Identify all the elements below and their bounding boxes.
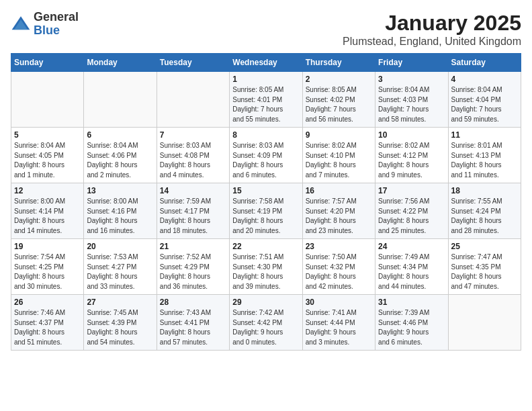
day-info: Sunrise: 8:04 AM Sunset: 4:04 PM Dayligh… xyxy=(451,85,518,124)
weekday-header: Wednesday xyxy=(230,54,302,72)
day-number: 1 xyxy=(232,75,299,84)
calendar-cell: 7Sunrise: 8:03 AM Sunset: 4:08 PM Daylig… xyxy=(157,128,229,183)
calendar-cell: 16Sunrise: 7:57 AM Sunset: 4:20 PM Dayli… xyxy=(302,183,375,239)
day-info: Sunrise: 7:41 AM Sunset: 4:44 PM Dayligh… xyxy=(306,308,372,347)
calendar-cell: 12Sunrise: 8:00 AM Sunset: 4:14 PM Dayli… xyxy=(11,183,84,239)
title-location: Plumstead, England, United Kingdom xyxy=(343,36,521,48)
day-number: 11 xyxy=(451,130,518,140)
day-number: 7 xyxy=(160,130,226,140)
day-number: 25 xyxy=(451,242,518,251)
calendar-cell xyxy=(448,295,521,351)
day-info: Sunrise: 8:04 AM Sunset: 4:06 PM Dayligh… xyxy=(87,141,153,180)
calendar-cell: 24Sunrise: 7:49 AM Sunset: 4:34 PM Dayli… xyxy=(375,239,448,295)
day-info: Sunrise: 8:00 AM Sunset: 4:16 PM Dayligh… xyxy=(87,197,153,236)
calendar-cell: 29Sunrise: 7:42 AM Sunset: 4:42 PM Dayli… xyxy=(230,295,302,351)
day-info: Sunrise: 7:42 AM Sunset: 4:42 PM Dayligh… xyxy=(232,308,299,347)
day-info: Sunrise: 7:46 AM Sunset: 4:37 PM Dayligh… xyxy=(14,308,81,347)
day-number: 26 xyxy=(14,298,81,307)
calendar-cell: 2Sunrise: 8:05 AM Sunset: 4:02 PM Daylig… xyxy=(302,72,375,128)
day-info: Sunrise: 7:47 AM Sunset: 4:35 PM Dayligh… xyxy=(451,253,518,291)
day-info: Sunrise: 8:00 AM Sunset: 4:14 PM Dayligh… xyxy=(14,197,81,236)
weekday-header: Sunday xyxy=(11,54,84,72)
calendar-cell: 20Sunrise: 7:53 AM Sunset: 4:27 PM Dayli… xyxy=(84,239,157,295)
calendar-cell: 27Sunrise: 7:45 AM Sunset: 4:39 PM Dayli… xyxy=(84,295,157,351)
calendar-body: 1Sunrise: 8:05 AM Sunset: 4:01 PM Daylig… xyxy=(11,72,521,351)
calendar-cell: 17Sunrise: 7:56 AM Sunset: 4:22 PM Dayli… xyxy=(375,183,448,239)
day-info: Sunrise: 7:59 AM Sunset: 4:17 PM Dayligh… xyxy=(160,197,226,236)
logo-text: General Blue xyxy=(34,11,79,38)
calendar-week-row: 12Sunrise: 8:00 AM Sunset: 4:14 PM Dayli… xyxy=(11,183,521,239)
day-number: 12 xyxy=(14,186,81,195)
calendar-cell: 6Sunrise: 8:04 AM Sunset: 4:06 PM Daylig… xyxy=(84,128,157,183)
calendar-cell: 23Sunrise: 7:50 AM Sunset: 4:32 PM Dayli… xyxy=(302,239,375,295)
weekday-row: SundayMondayTuesdayWednesdayThursdayFrid… xyxy=(11,54,521,72)
day-number: 22 xyxy=(232,242,299,251)
day-number: 29 xyxy=(232,298,299,307)
day-info: Sunrise: 7:55 AM Sunset: 4:24 PM Dayligh… xyxy=(451,197,518,236)
day-info: Sunrise: 7:56 AM Sunset: 4:22 PM Dayligh… xyxy=(378,197,445,236)
calendar-week-row: 19Sunrise: 7:54 AM Sunset: 4:25 PM Dayli… xyxy=(11,239,521,295)
day-info: Sunrise: 8:05 AM Sunset: 4:01 PM Dayligh… xyxy=(232,85,299,124)
day-info: Sunrise: 8:04 AM Sunset: 4:03 PM Dayligh… xyxy=(378,85,445,124)
day-number: 4 xyxy=(451,75,518,84)
weekday-header: Friday xyxy=(375,54,448,72)
calendar-cell: 11Sunrise: 8:01 AM Sunset: 4:13 PM Dayli… xyxy=(448,128,521,183)
logo-blue: Blue xyxy=(34,24,79,38)
day-info: Sunrise: 8:03 AM Sunset: 4:09 PM Dayligh… xyxy=(232,141,299,180)
calendar-cell: 5Sunrise: 8:04 AM Sunset: 4:05 PM Daylig… xyxy=(11,128,84,183)
day-number: 17 xyxy=(378,186,445,195)
day-number: 28 xyxy=(160,298,226,307)
calendar-cell xyxy=(11,72,84,128)
calendar-header: SundayMondayTuesdayWednesdayThursdayFrid… xyxy=(11,54,521,72)
calendar-cell: 10Sunrise: 8:02 AM Sunset: 4:12 PM Dayli… xyxy=(375,128,448,183)
day-number: 9 xyxy=(306,130,372,140)
day-info: Sunrise: 8:03 AM Sunset: 4:08 PM Dayligh… xyxy=(160,141,226,180)
day-number: 30 xyxy=(306,298,372,307)
day-info: Sunrise: 7:50 AM Sunset: 4:32 PM Dayligh… xyxy=(306,253,372,291)
calendar-cell: 13Sunrise: 8:00 AM Sunset: 4:16 PM Dayli… xyxy=(84,183,157,239)
calendar-cell: 18Sunrise: 7:55 AM Sunset: 4:24 PM Dayli… xyxy=(448,183,521,239)
calendar-cell: 1Sunrise: 8:05 AM Sunset: 4:01 PM Daylig… xyxy=(230,72,302,128)
day-number: 16 xyxy=(306,186,372,195)
day-number: 23 xyxy=(306,242,372,251)
day-info: Sunrise: 7:52 AM Sunset: 4:29 PM Dayligh… xyxy=(160,253,226,291)
calendar-cell xyxy=(84,72,157,128)
weekday-header: Saturday xyxy=(448,54,521,72)
calendar-cell: 15Sunrise: 7:58 AM Sunset: 4:19 PM Dayli… xyxy=(230,183,302,239)
day-number: 21 xyxy=(160,242,226,251)
title-month: January 2025 xyxy=(343,11,521,36)
day-number: 8 xyxy=(232,130,299,140)
day-number: 19 xyxy=(14,242,81,251)
day-number: 10 xyxy=(378,130,445,140)
day-info: Sunrise: 7:53 AM Sunset: 4:27 PM Dayligh… xyxy=(87,253,153,291)
day-number: 18 xyxy=(451,186,518,195)
calendar-table: SundayMondayTuesdayWednesdayThursdayFrid… xyxy=(11,53,521,351)
page-header: General Blue January 2025 Plumstead, Eng… xyxy=(11,11,521,48)
day-number: 2 xyxy=(306,75,372,84)
day-info: Sunrise: 7:54 AM Sunset: 4:25 PM Dayligh… xyxy=(14,253,81,291)
day-info: Sunrise: 8:02 AM Sunset: 4:12 PM Dayligh… xyxy=(378,141,445,180)
day-number: 27 xyxy=(87,298,153,307)
calendar-cell: 8Sunrise: 8:03 AM Sunset: 4:09 PM Daylig… xyxy=(230,128,302,183)
calendar-cell: 9Sunrise: 8:02 AM Sunset: 4:10 PM Daylig… xyxy=(302,128,375,183)
day-info: Sunrise: 7:49 AM Sunset: 4:34 PM Dayligh… xyxy=(378,253,445,291)
day-info: Sunrise: 8:05 AM Sunset: 4:02 PM Dayligh… xyxy=(306,85,372,124)
day-number: 20 xyxy=(87,242,153,251)
logo-general: General xyxy=(34,11,79,24)
day-info: Sunrise: 8:04 AM Sunset: 4:05 PM Dayligh… xyxy=(14,141,81,180)
day-info: Sunrise: 7:51 AM Sunset: 4:30 PM Dayligh… xyxy=(232,253,299,291)
weekday-header: Thursday xyxy=(302,54,375,72)
day-number: 24 xyxy=(378,242,445,251)
day-number: 14 xyxy=(160,186,226,195)
day-info: Sunrise: 7:45 AM Sunset: 4:39 PM Dayligh… xyxy=(87,308,153,347)
weekday-header: Monday xyxy=(84,54,157,72)
calendar-cell: 30Sunrise: 7:41 AM Sunset: 4:44 PM Dayli… xyxy=(302,295,375,351)
calendar-week-row: 5Sunrise: 8:04 AM Sunset: 4:05 PM Daylig… xyxy=(11,128,521,183)
calendar-cell: 14Sunrise: 7:59 AM Sunset: 4:17 PM Dayli… xyxy=(157,183,229,239)
day-info: Sunrise: 7:39 AM Sunset: 4:46 PM Dayligh… xyxy=(378,308,445,347)
day-info: Sunrise: 8:02 AM Sunset: 4:10 PM Dayligh… xyxy=(306,141,372,180)
calendar-cell: 19Sunrise: 7:54 AM Sunset: 4:25 PM Dayli… xyxy=(11,239,84,295)
day-info: Sunrise: 7:58 AM Sunset: 4:19 PM Dayligh… xyxy=(232,197,299,236)
day-number: 31 xyxy=(378,298,445,307)
day-number: 13 xyxy=(87,186,153,195)
